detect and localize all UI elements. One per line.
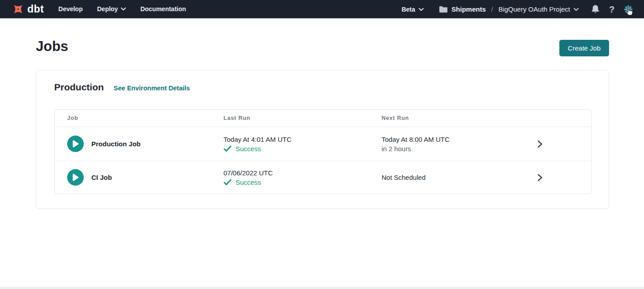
- jobs-table: Job Last Run Next Run Production Job Tod…: [54, 109, 592, 194]
- status-text: Success: [236, 178, 261, 186]
- column-header-next-run: Next Run: [382, 115, 488, 121]
- status-badge: Success: [223, 178, 382, 186]
- page-title: Jobs: [36, 38, 68, 55]
- nav-item-label: Develop: [58, 5, 82, 13]
- environment-name: Production: [54, 82, 104, 93]
- job-cell: Production Job: [55, 136, 223, 152]
- next-run-time: Not Scheduled: [382, 174, 488, 181]
- bell-icon: [591, 4, 600, 14]
- table-row-production-job[interactable]: Production Job Today At 4:01 AM UTC Succ…: [55, 127, 591, 161]
- environment-card: Production See Environment Details Job L…: [36, 70, 609, 209]
- navbar-icons: ?: [590, 4, 633, 14]
- run-job-button[interactable]: [67, 169, 84, 186]
- chevron-right-icon[interactable]: [537, 174, 543, 182]
- job-cell: CI Job: [55, 169, 223, 186]
- gear-icon: [623, 4, 633, 14]
- project-name: BigQuery OAuth Project: [498, 5, 570, 13]
- nav-item-develop[interactable]: Develop: [58, 5, 82, 13]
- nav-item-documentation[interactable]: Documentation: [140, 5, 186, 13]
- settings-button[interactable]: [623, 4, 633, 14]
- account-name: Shipments: [451, 5, 486, 13]
- jobs-table-header: Job Last Run Next Run: [55, 110, 591, 127]
- last-run-time: 07/06/2022 UTC: [223, 169, 382, 177]
- help-button[interactable]: ?: [607, 4, 617, 14]
- status-text: Success: [236, 145, 261, 153]
- chevron-right-icon[interactable]: [537, 140, 543, 148]
- window-bottom-edge: [0, 287, 644, 289]
- dbt-logo[interactable]: dbt: [12, 3, 44, 15]
- chevron-down-icon: [419, 8, 424, 11]
- navbar-right: Beta Shipments / BigQuery OAuth Project: [402, 0, 633, 18]
- environment-details-link[interactable]: See Environment Details: [114, 85, 190, 92]
- dbt-logo-icon: [12, 3, 24, 15]
- last-run-cell: 07/06/2022 UTC Success: [223, 169, 382, 186]
- top-navbar: dbt Develop Deploy Documentation Beta Sh…: [0, 0, 644, 18]
- next-run-cell: Today At 8:00 AM UTC in 2 hours: [382, 136, 488, 153]
- nav-item-label: Documentation: [140, 5, 186, 13]
- chevron-down-icon: [574, 8, 579, 11]
- next-run-note: in 2 hours: [382, 145, 488, 153]
- next-run-time: Today At 8:00 AM UTC: [382, 136, 488, 143]
- play-icon: [72, 140, 79, 148]
- beta-dropdown[interactable]: Beta: [402, 6, 424, 13]
- notifications-button[interactable]: [590, 4, 600, 14]
- row-detail-cell: [488, 174, 591, 182]
- chevron-down-icon: [121, 7, 126, 11]
- nav-item-deploy[interactable]: Deploy: [97, 5, 126, 13]
- project-breadcrumb[interactable]: Shipments / BigQuery OAuth Project: [439, 5, 579, 13]
- last-run-time: Today At 4:01 AM UTC: [223, 136, 382, 143]
- column-header-job: Job: [55, 115, 223, 121]
- nav-item-label: Deploy: [97, 5, 118, 13]
- column-header-last-run: Last Run: [223, 115, 382, 121]
- next-run-cell: Not Scheduled: [382, 174, 488, 181]
- folder-icon: [439, 6, 448, 13]
- play-icon: [72, 173, 79, 182]
- breadcrumb-separator: /: [491, 5, 493, 13]
- nav-links: Develop Deploy Documentation: [58, 5, 186, 13]
- run-job-button[interactable]: [67, 136, 84, 152]
- last-run-cell: Today At 4:01 AM UTC Success: [223, 136, 382, 153]
- check-icon: [223, 145, 232, 152]
- job-name: CI Job: [91, 174, 112, 181]
- check-icon: [223, 179, 232, 186]
- table-row-ci-job[interactable]: CI Job 07/06/2022 UTC Success Not Schedu…: [55, 161, 591, 194]
- job-name: Production Job: [91, 140, 141, 148]
- row-detail-cell: [488, 140, 591, 148]
- beta-label: Beta: [402, 6, 415, 13]
- create-job-button[interactable]: Create Job: [559, 40, 609, 56]
- help-icon: ?: [609, 5, 614, 14]
- status-badge: Success: [223, 145, 382, 153]
- environment-header: Production See Environment Details: [54, 82, 609, 93]
- dbt-logo-text: dbt: [27, 3, 44, 15]
